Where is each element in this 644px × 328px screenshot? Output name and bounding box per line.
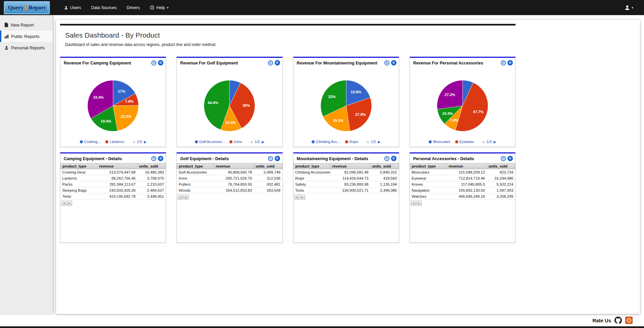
cell-product-type: Irons <box>177 175 214 181</box>
refresh-icon[interactable]: G <box>151 60 156 65</box>
column-header-units-sold[interactable]: units_sold <box>370 163 399 169</box>
column-header-product-type[interactable]: product_type <box>61 163 98 169</box>
legend-item[interactable]: Eyewear <box>455 140 474 144</box>
refresh-icon[interactable]: G <box>268 156 273 161</box>
cell-revenue: 81,096,582.48 <box>330 169 370 175</box>
column-header-revenue[interactable]: revenue <box>447 163 487 169</box>
legend-prev-icon[interactable]: ◀ <box>482 140 485 144</box>
cell-units-sold: 2,496,086 <box>370 187 399 193</box>
github-icon[interactable] <box>614 317 622 324</box>
cell-product-type: Tools <box>293 187 330 193</box>
settings-gear-icon[interactable]: ⚙ <box>507 60 513 65</box>
refresh-icon[interactable]: G <box>501 156 506 161</box>
table-header-row: product_typerevenueunits_sold <box>293 163 398 169</box>
sidebar-item-new-report[interactable]: New Report <box>0 19 53 31</box>
table-next-icon[interactable]: ▶ <box>300 195 305 199</box>
table-prev-icon[interactable]: ◀ <box>294 195 300 199</box>
panel-actions: G⚙ <box>151 156 163 161</box>
cell-product-type: Lanterns <box>61 175 98 181</box>
cell-units-sold: 2,484,537 <box>137 187 166 193</box>
account-menu[interactable]: ▾ <box>625 5 640 10</box>
legend-prev-icon[interactable]: ◀ <box>366 140 369 144</box>
panel-header: Revenue For Golf EquipmentG⚙ <box>177 58 282 65</box>
legend-next-icon[interactable]: ▶ <box>262 140 264 144</box>
refresh-icon[interactable]: G <box>384 156 389 161</box>
table-title: Golf Equipment - Details <box>180 156 229 161</box>
settings-gear-icon[interactable]: ⚙ <box>158 60 163 65</box>
nav-label-users: Users <box>70 5 81 10</box>
table-row: Sleeping Bags243,933,425.392,484,537 <box>61 187 166 193</box>
legend-next-icon[interactable]: ▶ <box>494 140 496 144</box>
app-logo[interactable]: Query 2 Report <box>4 1 50 14</box>
cell-product-type: Cooking Gear <box>61 169 98 175</box>
table-prev-icon[interactable]: ◀ <box>178 195 183 199</box>
legend-item[interactable]: Cooking... <box>80 140 101 144</box>
pie-chart-area: 19.8%27.9%20.3%32% <box>293 78 399 133</box>
svg-text:?: ? <box>151 6 153 9</box>
legend-next-icon[interactable]: ▶ <box>378 140 381 144</box>
legend-next-icon[interactable]: ▶ <box>144 140 147 144</box>
legend-prev-icon[interactable]: ◀ <box>250 140 253 144</box>
table-row: Lanterns98,262,756.453,708,975 <box>61 175 166 181</box>
cell-units-sold: 16,244,986 <box>487 175 515 181</box>
sidebar-item-public-reports[interactable]: Public Reports <box>0 31 53 42</box>
column-header-product-type[interactable]: product_type <box>177 163 214 169</box>
table-next-icon[interactable]: ▶ <box>183 195 189 199</box>
refresh-icon[interactable]: G <box>151 156 156 161</box>
refresh-icon[interactable]: G <box>384 60 389 65</box>
column-header-revenue[interactable]: revenue <box>214 163 254 169</box>
legend-item[interactable]: Climbing Acc... <box>312 140 340 144</box>
column-header-product-type[interactable]: product_type <box>410 163 447 169</box>
settings-gear-icon[interactable]: ⚙ <box>507 156 513 161</box>
cell-units-sold: 932,481 <box>254 181 282 187</box>
settings-gear-icon[interactable]: ⚙ <box>391 60 396 65</box>
nav-item-help[interactable]: ? Help ▾ <box>145 0 173 15</box>
column-header-units-sold[interactable]: units_sold <box>137 163 166 169</box>
table-row: Woods254,512,653.83263,549 <box>177 187 282 193</box>
settings-gear-icon[interactable]: ⚙ <box>158 156 163 161</box>
panel-header: Revenue For Personal AccessoriesG⚙ <box>410 58 515 65</box>
panel-header: Camping Equipment - DetailsG⚙ <box>60 153 166 161</box>
account-icon <box>625 5 630 10</box>
legend-prev-icon[interactable]: ◀ <box>132 140 135 144</box>
table-row: Tents419,195,582.782,498,951 <box>61 193 166 199</box>
legend-item[interactable]: Golf Accessor... <box>195 140 225 144</box>
legend-item[interactable]: Rope <box>345 140 358 144</box>
table-prev-icon[interactable]: ◀ <box>61 201 66 205</box>
legend-label: Irons <box>234 140 242 144</box>
chart-title: Revenue For Golf Equipment <box>180 60 238 65</box>
sidebar-item-personal-reports[interactable]: Personal Reports <box>0 42 53 53</box>
details-table: product_typerevenueunits_soldBinoculars1… <box>410 163 515 199</box>
chart-panel-revenue-for-mountaineering-equipment: Revenue For Mountaineering EquipmentG⚙19… <box>293 57 399 147</box>
cell-product-type: Binoculars <box>410 169 447 175</box>
table-header-row: product_typerevenueunits_sold <box>61 163 166 169</box>
column-header-revenue[interactable]: revenue <box>330 163 370 169</box>
settings-gear-icon[interactable]: ⚙ <box>275 60 280 65</box>
legend-item[interactable]: Irons <box>229 140 242 144</box>
table-next-icon[interactable]: ▶ <box>417 201 422 205</box>
nav-item-drivers[interactable]: Drivers <box>121 0 145 15</box>
page-subtitle: Dashboard of sales and revenue data acro… <box>65 42 516 47</box>
cell-product-type: Golf Accessories <box>177 169 214 175</box>
column-header-revenue[interactable]: revenue <box>97 163 137 169</box>
settings-gear-icon[interactable]: ⚙ <box>275 156 280 161</box>
cell-product-type: Safety <box>293 181 330 187</box>
refresh-icon[interactable]: G <box>501 60 506 65</box>
rate-us-label: Rate Us <box>592 318 611 323</box>
settings-gear-icon[interactable]: ⚙ <box>391 156 396 161</box>
legend-item[interactable]: Lanterns <box>105 140 124 144</box>
column-header-units-sold[interactable]: units_sold <box>487 163 515 169</box>
column-header-units-sold[interactable]: units_sold <box>254 163 282 169</box>
chart-legend: Climbing Acc...Rope◀1/2▶ <box>293 140 399 144</box>
column-header-product-type[interactable]: product_type <box>293 163 330 169</box>
bar-chart-icon <box>4 34 9 39</box>
nav-item-users[interactable]: Users <box>59 0 86 15</box>
panel-header: Mountaineering Equipment - DetailsG⚙ <box>293 153 399 161</box>
refresh-icon[interactable]: G <box>268 60 273 65</box>
sourceforge-icon[interactable] <box>625 317 633 324</box>
nav-item-data-sources[interactable]: Data Sources <box>86 0 122 15</box>
table-prev-icon[interactable]: ◀ <box>411 201 416 205</box>
table-row: Navigation155,892,130.931,497,003 <box>410 187 515 193</box>
table-next-icon[interactable]: ▶ <box>67 201 72 205</box>
legend-item[interactable]: Binoculars <box>429 140 450 144</box>
